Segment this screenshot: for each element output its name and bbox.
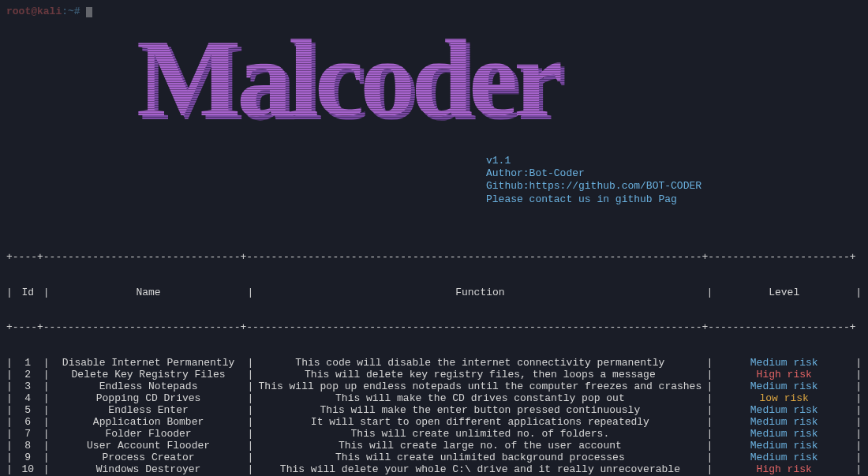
cell-function: This code will disable the internet conn… bbox=[253, 358, 706, 369]
th-name: Name bbox=[50, 287, 248, 299]
th-func: Function bbox=[253, 287, 706, 299]
table-row: |10|Windows Destroyer|This will delete y… bbox=[6, 464, 862, 476]
cell-name: Endless Notepads bbox=[50, 381, 248, 393]
cell-name: Windows Destroyer bbox=[50, 464, 248, 476]
table-row: |8|User Account Flooder|This will create… bbox=[6, 440, 862, 452]
cell-level: Medium risk bbox=[713, 381, 855, 393]
prompt-path: :~# bbox=[62, 6, 80, 17]
cell-name: User Account Flooder bbox=[50, 440, 248, 452]
th-level: Level bbox=[713, 287, 855, 299]
shell-prompt: root@kali:~# bbox=[6, 6, 862, 18]
meta-github: Github:https://github.com/BOT-CODER bbox=[486, 180, 862, 193]
table-row: |2|Delete Key Registry Files|This will d… bbox=[6, 369, 862, 381]
table-row: |1|Disable Internet Permanently|This cod… bbox=[6, 358, 862, 369]
table-row: |6|Application Bomber|It will start to o… bbox=[6, 417, 862, 429]
meta-info: v1.1 Author:Bot-Coder Github:https://git… bbox=[486, 155, 862, 206]
meta-version: v1.1 bbox=[486, 155, 862, 167]
cell-function: This will delete your whole C:\ drive an… bbox=[253, 464, 706, 476]
cell-level: Medium risk bbox=[713, 440, 855, 452]
cell-name: Delete Key Registry Files bbox=[50, 369, 248, 381]
cell-level: low risk bbox=[713, 393, 855, 405]
meta-contact: Please contact us in github Pag bbox=[486, 193, 862, 206]
cell-name: Popping CD Drives bbox=[50, 393, 248, 405]
svg-text:Malcoder: Malcoder bbox=[137, 24, 561, 139]
cell-name: Application Bomber bbox=[50, 417, 248, 429]
cell-level: Medium risk bbox=[713, 358, 855, 369]
cell-id: 6 bbox=[13, 417, 43, 429]
cell-id: 1 bbox=[13, 358, 43, 369]
cell-name: Process Creator bbox=[50, 452, 248, 464]
th-id: Id bbox=[13, 287, 43, 299]
banner-logo: Malcoder Malcoder bbox=[137, 24, 862, 139]
cell-id: 10 bbox=[13, 464, 43, 476]
table-row: |5|Endless Enter|This will make the ente… bbox=[6, 405, 862, 417]
options-table: +----+--------------------------------+-… bbox=[6, 228, 862, 476]
table-separator-top: +----+--------------------------------+-… bbox=[6, 252, 862, 264]
prompt-userhost: root@kali bbox=[6, 6, 62, 17]
cell-function: This will make the enter button pressed … bbox=[253, 405, 706, 417]
cell-level: Medium risk bbox=[713, 417, 855, 429]
cell-id: 3 bbox=[13, 381, 43, 393]
table-row: |7|Folder Flooder|This will create unlim… bbox=[6, 429, 862, 440]
cell-function: This will create unlimited background pr… bbox=[253, 452, 706, 464]
cell-id: 7 bbox=[13, 429, 43, 440]
cell-name: Endless Enter bbox=[50, 405, 248, 417]
meta-author: Author:Bot-Coder bbox=[486, 167, 862, 180]
cell-level: Medium risk bbox=[713, 429, 855, 440]
table-header-row: |Id|Name|Function|Level| bbox=[6, 287, 862, 299]
cell-id: 9 bbox=[13, 452, 43, 464]
cell-function: This will create unlimited no. of folder… bbox=[253, 429, 706, 440]
cell-level: Medium risk bbox=[713, 405, 855, 417]
table-row: |3|Endless Notepads|This will pop up end… bbox=[6, 381, 862, 393]
cell-id: 8 bbox=[13, 440, 43, 452]
cell-function: This will make the CD drives constantly … bbox=[253, 393, 706, 405]
cell-function: It will start to open different applicat… bbox=[253, 417, 706, 429]
cell-level: High risk bbox=[713, 369, 855, 381]
cell-name: Folder Flooder bbox=[50, 429, 248, 440]
prompt-cursor bbox=[86, 7, 92, 17]
cell-name: Disable Internet Permanently bbox=[50, 358, 248, 369]
table-row: |9|Process Creator|This will create unli… bbox=[6, 452, 862, 464]
cell-id: 2 bbox=[13, 369, 43, 381]
cell-level: High risk bbox=[713, 464, 855, 476]
cell-function: This will pop up endless notepads until … bbox=[253, 381, 706, 393]
cell-function: This will delete key registry files, the… bbox=[253, 369, 706, 381]
cell-level: Medium risk bbox=[713, 452, 855, 464]
cell-function: This will create large no. of the user a… bbox=[253, 440, 706, 452]
cell-id: 4 bbox=[13, 393, 43, 405]
table-separator-mid: +----+--------------------------------+-… bbox=[6, 322, 862, 334]
table-row: |4|Popping CD Drives|This will make the … bbox=[6, 393, 862, 405]
cell-id: 5 bbox=[13, 405, 43, 417]
